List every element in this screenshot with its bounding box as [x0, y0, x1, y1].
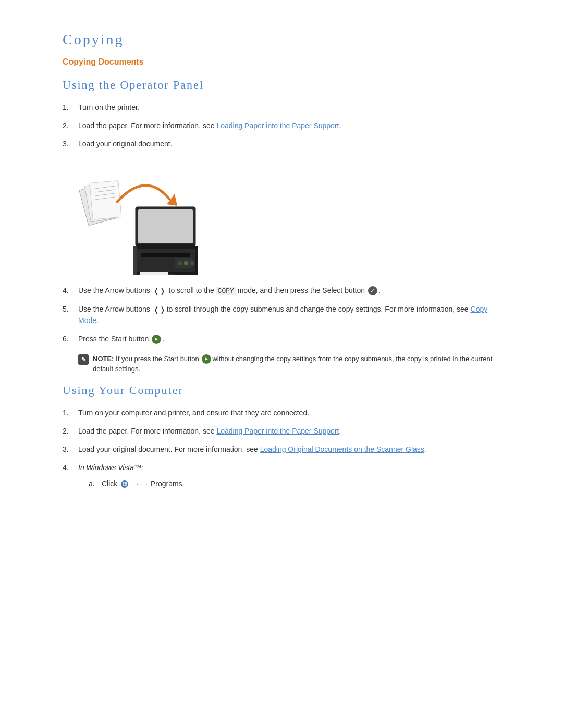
svg-rect-20	[133, 246, 137, 275]
note-icon: ✎	[78, 354, 89, 365]
svg-rect-22	[123, 482, 125, 484]
list-item: 1. Turn on your computer and printer, an…	[63, 408, 500, 418]
svg-point-21	[121, 480, 128, 488]
operator-panel-steps: 1. Turn on the printer. 2. Load the pape…	[63, 102, 500, 150]
note-label: NOTE:	[93, 355, 114, 363]
svg-point-16	[184, 261, 188, 265]
page-title: Copying	[63, 31, 500, 48]
sub-steps: a. Click → → Programs.	[78, 478, 500, 489]
start-button-icon-6	[152, 335, 161, 344]
comp-step-3-before: Load your original document. For more in…	[78, 445, 260, 453]
sub-step-before: Click	[102, 479, 119, 488]
svg-rect-24	[123, 484, 125, 486]
comp-step-1-text: Turn on your computer and printer, and e…	[78, 409, 309, 417]
svg-point-17	[190, 261, 194, 265]
svg-point-15	[178, 261, 182, 265]
note-content-before: If you press the Start button	[116, 355, 201, 363]
printer-body	[133, 207, 198, 275]
comp-step-3-link[interactable]: Loading Original Documents on the Scanne…	[260, 445, 424, 453]
step-4-text-mid: to scroll to the	[167, 286, 216, 294]
sub-alpha: a.	[89, 478, 95, 489]
paper-pages	[79, 181, 121, 226]
arrow-buttons-icon-4: ❬❭	[153, 286, 166, 297]
operator-panel-steps-2: 4. Use the Arrow buttons ❬❭ to scroll to…	[63, 285, 500, 344]
subsection-title-operator: Using the Operator Panel	[63, 78, 500, 92]
svg-rect-13	[141, 253, 190, 257]
list-item: 4. In Windows Vista™: a. Click → → P	[63, 462, 500, 489]
sub-step-arrow: →	[132, 479, 141, 488]
note-box: ✎ NOTE: If you press the Start button wi…	[78, 354, 500, 374]
svg-rect-9	[138, 209, 193, 243]
start-button-icon-note	[202, 354, 211, 364]
step-5-text-mid: to scroll through the copy submenus and …	[167, 305, 471, 313]
svg-rect-25	[125, 484, 127, 486]
list-item: 1. Turn on the printer.	[63, 102, 500, 113]
svg-rect-23	[125, 482, 127, 484]
comp-step-2-after: .	[339, 427, 341, 435]
list-item: 6. Press the Start button .	[63, 334, 500, 344]
step-2-text-after: .	[339, 121, 341, 130]
section-title: Copying Documents	[63, 57, 500, 67]
comp-step-4-text: In Windows Vista™:	[78, 463, 143, 472]
arrow-buttons-icon-5: ❬❭	[153, 304, 166, 315]
sub-list-item: a. Click → → Programs.	[89, 478, 500, 489]
select-button-icon	[368, 286, 377, 295]
step-2-link[interactable]: Loading Paper into the Paper Support	[216, 121, 339, 130]
list-item: 3. Load your original document.	[63, 139, 500, 150]
list-item: 3. Load your original document. For more…	[63, 444, 500, 455]
printer-image	[78, 160, 500, 275]
note-text: NOTE: If you press the Start button with…	[93, 354, 500, 374]
comp-step-3-after: .	[424, 445, 426, 453]
windows-icon	[120, 480, 129, 488]
step-4-end: .	[378, 286, 381, 294]
subsection-title-computer: Using Your Computer	[63, 384, 500, 397]
step-3-text: Load your original document.	[78, 140, 173, 148]
copy-code: COPY	[216, 287, 236, 295]
svg-rect-14	[175, 258, 193, 268]
list-item: 2. Load the paper. For more information,…	[63, 120, 500, 131]
computer-steps: 1. Turn on your computer and printer, an…	[63, 408, 500, 489]
comp-step-2-before: Load the paper. For more information, se…	[78, 427, 216, 435]
svg-rect-2	[90, 181, 121, 220]
step-4-text-after: mode, and then press the Select button	[236, 286, 367, 294]
svg-rect-19	[140, 272, 168, 275]
list-item: 2. Load the paper. For more information,…	[63, 426, 500, 437]
step-5-end: .	[96, 316, 99, 325]
step-6-end: .	[162, 335, 164, 343]
comp-step-2-link[interactable]: Loading Paper into the Paper Support	[216, 427, 339, 435]
list-item: 4. Use the Arrow buttons ❬❭ to scroll to…	[63, 285, 500, 297]
step-6-text: Press the Start button	[78, 335, 151, 343]
step-4-text-before: Use the Arrow buttons	[78, 286, 152, 294]
sub-step-after: → Programs.	[141, 479, 184, 488]
list-item: 5. Use the Arrow buttons ❬❭to scroll thr…	[63, 304, 500, 326]
step-5-text-before: Use the Arrow buttons	[78, 305, 152, 313]
step-2-text-before: Load the paper. For more information, se…	[78, 121, 216, 130]
step-1-text: Turn on the printer.	[78, 103, 140, 112]
